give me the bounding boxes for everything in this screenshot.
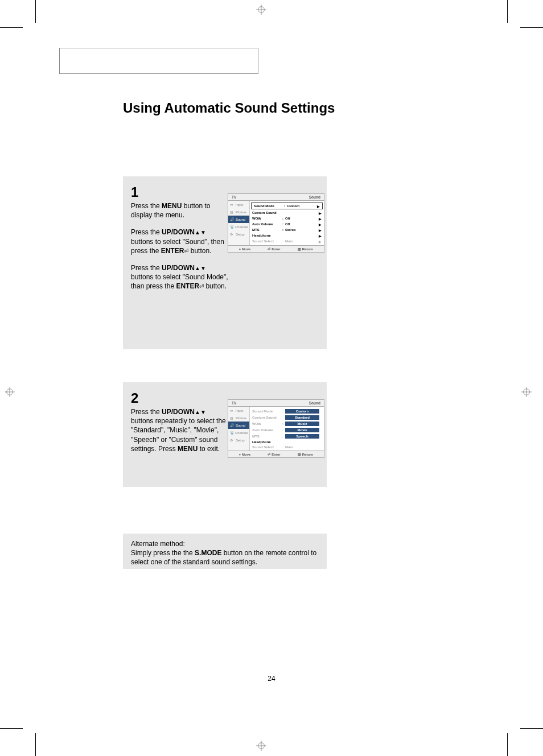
picture-icon: ▥ [230,416,235,420]
crop-mark [520,27,543,28]
enter-hint: ⏎Enter [268,247,280,251]
enter-icon: ⏎ [268,452,270,456]
smode-label: S.MODE [195,549,221,557]
label: Enter [272,247,280,251]
label: Custom Sound [252,211,281,214]
value: Off [285,222,317,226]
label: Sound Mode [252,410,281,413]
page-title: Using Automatic Sound Settings [123,100,335,116]
updown-label: UP/DOWN [162,264,195,272]
up-down-icon: ▲▼ [195,265,206,271]
osd-row: Custom SoundStandard [250,414,324,420]
enter-icon: ⏎ [199,283,204,290]
updown-label: UP/DOWN [162,228,195,236]
sound-icon: 🔊 [230,217,235,222]
colon: : [281,428,285,432]
text: to exit. [198,445,220,453]
crop-mark [507,733,508,756]
osd-side-picture: ▥Picture [228,208,249,216]
page-number: 24 [268,675,275,683]
label: Setup [236,233,245,236]
value: Movie [285,428,319,432]
osd-side-picture: ▥Picture [228,414,249,422]
osd-side-sound: 🔊Sound [228,216,249,223]
updown-label: UP/DOWN [162,408,195,416]
updown-icon: ♦ [239,453,241,456]
label: Picture [236,416,246,420]
osd-header: TV Sound [228,193,324,200]
text: Press the [131,264,162,272]
move-hint: ♦Move [239,247,250,251]
osd-row: Sound Mode:Custom [250,408,324,414]
osd-footer: ♦Move ⏎Enter ▥Return [228,246,324,253]
registration-mark-top [256,5,266,15]
menu-label: MENU [178,445,198,453]
label: Sound Select [252,239,281,243]
osd-sidebar: ▭Input ▥Picture 🔊Sound 📡Channel ⚙Setup [228,201,250,245]
updown-icon: ♦ [239,247,241,251]
label: Picture [236,210,246,214]
osd-side-channel: 📡Channel [228,429,249,436]
label: Enter [272,453,280,456]
osd-side-input: ▭Input [228,201,249,208]
label: Input [236,409,243,412]
header-box [59,48,258,74]
crop-mark [0,27,23,28]
osd-row: MTS:Stereo▶ [250,227,324,233]
osd-row: Sound Select:Main [250,444,324,449]
osd-row: WOW:Off▶ [250,216,324,221]
value: Main [285,239,317,243]
enter-icon: ⏎ [268,247,270,251]
label: Headphone [252,234,281,237]
registration-mark-left [5,387,15,397]
osd-row: Headphone▶ [250,233,324,238]
setup-icon: ⚙ [230,438,235,443]
return-icon: ▥ [298,247,301,251]
picture-icon: ▥ [230,210,235,214]
label: Move [242,453,250,456]
channel-icon: 📡 [230,431,234,435]
osd-sidebar: ▭Input ▥Picture 🔊Sound 📡Channel ⚙Setup [228,407,250,451]
crop-mark [35,733,36,756]
label: Return [302,247,313,251]
osd-row: MTS:Speech [250,433,324,439]
label: WOW [252,422,281,425]
colon: : [281,239,285,243]
value: Standard [285,415,319,420]
osd-side-channel: 📡Channel [228,223,249,230]
label: Sound [236,424,245,427]
crop-mark [35,0,36,23]
colon: : [281,422,285,425]
text: Press the [131,202,162,210]
label: Input [236,203,243,206]
return-hint: ▥Return [298,452,313,456]
value: Off [285,217,317,220]
label: Channel [235,225,248,229]
arrow-icon: ▶ [317,217,322,221]
arrow-icon: ▶ [317,211,322,215]
return-hint: ▥Return [298,247,313,251]
enter-label: ENTER [176,282,199,290]
label: Return [302,453,313,456]
arrow-icon: ▶ [317,222,322,226]
label: MTS [252,228,281,232]
value: Main [285,445,322,449]
label: Auto Volume [252,222,281,226]
text: button. [204,282,227,290]
input-icon: ▭ [230,203,235,207]
osd-title-right: Sound [309,195,320,199]
colon: : [281,435,285,438]
label: Move [242,247,250,251]
alt-heading: Alternate method: [131,539,319,548]
crop-mark [0,728,23,729]
value: Custom [285,409,319,414]
text: button. [188,247,211,255]
return-icon: ▥ [298,452,301,456]
osd-title-left: TV [232,401,236,405]
sound-icon: 🔊 [230,423,235,428]
value: Speech [285,434,319,439]
arrow-icon: ▶ [317,239,322,243]
move-hint: ♦Move [239,452,250,456]
text: Press the [131,228,162,236]
menu-label: MENU [162,202,182,210]
